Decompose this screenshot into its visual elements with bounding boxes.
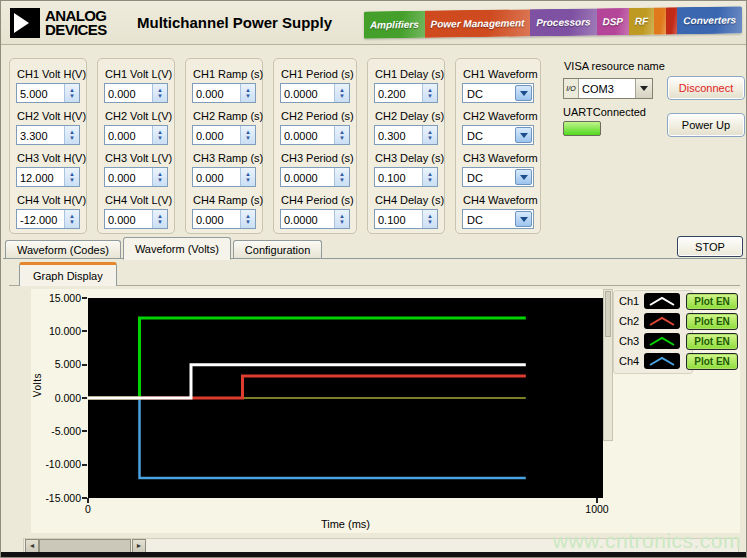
scrollbar-thumb[interactable]	[605, 291, 611, 337]
legend-line-sample[interactable]	[644, 353, 680, 369]
spinner-buttons-icon[interactable]: ▲▼	[152, 126, 167, 144]
delay-field-ch1: CH1 Delay (s)0.200▲▼	[374, 68, 438, 103]
dropdown-button[interactable]	[515, 169, 532, 185]
numeric-value[interactable]: 0.200	[375, 84, 422, 102]
numeric-value[interactable]: 0.0000	[281, 168, 334, 186]
ramp-input-ch2[interactable]: 0.000▲▼	[192, 125, 256, 145]
dropdown-button[interactable]	[515, 127, 532, 143]
waveform-select-ch4[interactable]: DC	[462, 209, 534, 229]
spinner-buttons-icon[interactable]: ▲▼	[152, 84, 167, 102]
spinner-buttons-icon[interactable]: ▲▼	[422, 168, 437, 186]
period-input-ch1[interactable]: 0.0000▲▼	[280, 83, 350, 103]
selected-value[interactable]: DC	[463, 126, 514, 144]
plot-enable-button[interactable]: Plot EN	[686, 353, 738, 370]
tab-configuration[interactable]: Configuration	[233, 240, 322, 259]
legend-line-sample[interactable]	[644, 333, 680, 349]
power-up-button[interactable]: Power Up	[667, 113, 745, 137]
numeric-value[interactable]: 0.100	[375, 168, 422, 186]
delay-input-ch1[interactable]: 0.200▲▼	[374, 83, 438, 103]
plot-enable-button[interactable]: Plot EN	[686, 333, 738, 350]
numeric-value[interactable]: 12.000	[17, 168, 64, 186]
spinner-buttons-icon[interactable]: ▲▼	[152, 168, 167, 186]
plot-enable-button[interactable]: Plot EN	[686, 313, 738, 330]
spinner-buttons-icon[interactable]: ▲▼	[334, 210, 349, 228]
dropdown-button[interactable]	[515, 211, 532, 227]
numeric-value[interactable]: 0.000	[105, 210, 152, 228]
waveform-select-ch1[interactable]: DC	[462, 83, 534, 103]
numeric-value[interactable]: 0.300	[375, 126, 422, 144]
stop-button[interactable]: STOP	[677, 236, 743, 257]
spinner-buttons-icon[interactable]: ▲▼	[422, 84, 437, 102]
numeric-value[interactable]: 3.300	[17, 126, 64, 144]
spinner-buttons-icon[interactable]: ▲▼	[240, 168, 255, 186]
period-field-ch2: CH2 Period (s)0.0000▲▼	[280, 110, 350, 145]
spinner-buttons-icon[interactable]: ▲▼	[240, 210, 255, 228]
visa-dropdown-button[interactable]	[635, 79, 652, 98]
dropdown-button[interactable]	[515, 85, 532, 101]
plot-enable-button[interactable]: Plot EN	[686, 293, 738, 310]
period-input-ch3[interactable]: 0.0000▲▼	[280, 167, 350, 187]
tab-graph-display[interactable]: Graph Display	[19, 262, 117, 286]
legend-label: Ch1	[613, 295, 644, 307]
spinner-buttons-icon[interactable]: ▲▼	[334, 84, 349, 102]
numeric-value[interactable]: 0.000	[105, 84, 152, 102]
numeric-value[interactable]: 0.000	[193, 168, 240, 186]
legend-line-sample[interactable]	[644, 313, 680, 329]
selected-value[interactable]: DC	[463, 168, 514, 186]
volt-l-input-ch2[interactable]: 0.000▲▼	[104, 125, 168, 145]
scroll-left-button[interactable]: ◄	[25, 539, 39, 553]
waveform-select-ch3[interactable]: DC	[462, 167, 534, 187]
spinner-buttons-icon[interactable]: ▲▼	[422, 126, 437, 144]
visa-resource-combo[interactable]: I/O COM3	[563, 78, 653, 99]
spinner-buttons-icon[interactable]: ▲▼	[64, 168, 79, 186]
volt-h-input-ch2[interactable]: 3.300▲▼	[16, 125, 80, 145]
spinner-buttons-icon[interactable]: ▲▼	[240, 84, 255, 102]
spinner-buttons-icon[interactable]: ▲▼	[240, 126, 255, 144]
spinner-buttons-icon[interactable]: ▲▼	[64, 126, 79, 144]
volt-l-input-ch3[interactable]: 0.000▲▼	[104, 167, 168, 187]
ramp-input-ch1[interactable]: 0.000▲▼	[192, 83, 256, 103]
spinner-buttons-icon[interactable]: ▲▼	[64, 84, 79, 102]
tab-waveform-codes[interactable]: Waveform (Codes)	[5, 240, 121, 259]
waveform-select-ch2[interactable]: DC	[462, 125, 534, 145]
spinner-buttons-icon[interactable]: ▲▼	[64, 210, 79, 228]
delay-input-ch3[interactable]: 0.100▲▼	[374, 167, 438, 187]
numeric-value[interactable]: 0.0000	[281, 126, 334, 144]
tab-strip-line	[3, 258, 746, 259]
numeric-value[interactable]: 0.000	[193, 126, 240, 144]
spinner-buttons-icon[interactable]: ▲▼	[334, 168, 349, 186]
volt-l-input-ch4[interactable]: 0.000▲▼	[104, 209, 168, 229]
delay-input-ch2[interactable]: 0.300▲▼	[374, 125, 438, 145]
graph-vertical-scrollbar[interactable]	[603, 289, 613, 441]
disconnect-button[interactable]: Disconnect	[667, 76, 745, 100]
numeric-value[interactable]: -12.000	[17, 210, 64, 228]
legend-line-sample[interactable]	[644, 293, 680, 309]
ramp-input-ch4[interactable]: 0.000▲▼	[192, 209, 256, 229]
spinner-buttons-icon[interactable]: ▲▼	[152, 210, 167, 228]
numeric-value[interactable]: 0.000	[105, 126, 152, 144]
volt-h-input-ch1[interactable]: 5.000▲▼	[16, 83, 80, 103]
period-input-ch4[interactable]: 0.0000▲▼	[280, 209, 350, 229]
tab-waveform-volts[interactable]: Waveform (Volts)	[123, 237, 231, 260]
numeric-value[interactable]: 0.0000	[281, 84, 334, 102]
numeric-value[interactable]: 0.0000	[281, 210, 334, 228]
volt-h-input-ch4[interactable]: -12.000▲▼	[16, 209, 80, 229]
spinner-buttons-icon[interactable]: ▲▼	[334, 126, 349, 144]
delay-input-ch4[interactable]: 0.100▲▼	[374, 209, 438, 229]
scrollbar-thumb[interactable]	[39, 539, 131, 553]
numeric-value[interactable]: 0.000	[193, 210, 240, 228]
period-input-ch2[interactable]: 0.0000▲▼	[280, 125, 350, 145]
numeric-value[interactable]: 5.000	[17, 84, 64, 102]
ramp-input-ch3[interactable]: 0.000▲▼	[192, 167, 256, 187]
volt-h-input-ch3[interactable]: 12.000▲▼	[16, 167, 80, 187]
selected-value[interactable]: DC	[463, 84, 514, 102]
numeric-value[interactable]: 0.000	[105, 168, 152, 186]
selected-value[interactable]: DC	[463, 210, 514, 228]
volt-l-input-ch1[interactable]: 0.000▲▼	[104, 83, 168, 103]
scroll-right-button[interactable]: ►	[132, 539, 146, 553]
numeric-value[interactable]: 0.000	[193, 84, 240, 102]
spinner-buttons-icon[interactable]: ▲▼	[422, 210, 437, 228]
visa-resource-value[interactable]: COM3	[579, 79, 635, 98]
numeric-value[interactable]: 0.100	[375, 210, 422, 228]
uart-connected-led[interactable]	[563, 121, 601, 136]
